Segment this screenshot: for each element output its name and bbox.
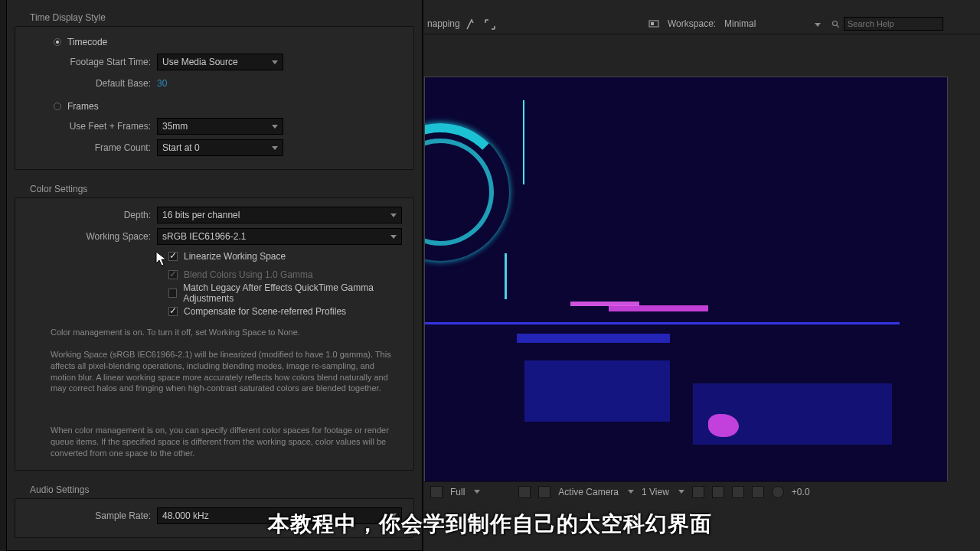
workspace-dropdown[interactable]: Minimal — [724, 18, 756, 29]
hud-line-graphic — [523, 100, 524, 184]
color-info-3: When color management is on, you can spe… — [23, 394, 406, 459]
timeline-icon[interactable] — [732, 486, 744, 498]
color-settings-group: Depth: 16 bits per channel Working Space… — [15, 197, 414, 471]
app-topbar: napping Workspace: Minimal — [424, 0, 980, 34]
exposure-reset-icon[interactable] — [772, 486, 784, 498]
blend-gamma-label: Blend Colors Using 1.0 Gamma — [184, 269, 313, 280]
svg-line-3 — [837, 25, 839, 28]
view-dropdown[interactable]: 1 View — [642, 487, 669, 497]
video-subtitle: 本教程中，你会学到制作自己的太空科幻界面 — [268, 510, 712, 539]
svg-point-2 — [833, 21, 838, 26]
snapping-icon[interactable] — [466, 18, 478, 31]
compensate-label: Compensate for Scene-referred Profiles — [184, 306, 346, 317]
glitch-bar — [425, 322, 900, 324]
frame-count-label: Frame Count: — [23, 142, 157, 153]
color-settings-title: Color Settings — [7, 178, 422, 197]
alpha-icon[interactable] — [430, 486, 443, 498]
match-legacy-label: Match Legacy After Effects QuickTime Gam… — [183, 282, 406, 304]
chevron-down-icon — [390, 235, 397, 239]
match-legacy-checkbox-row[interactable]: Match Legacy After Effects QuickTime Gam… — [23, 284, 406, 302]
chevron-down-icon — [628, 490, 634, 494]
frames-radio[interactable]: Frames — [23, 97, 406, 116]
sample-rate-label: Sample Rate: — [23, 510, 157, 521]
pixel-aspect-icon[interactable] — [692, 486, 704, 498]
linearize-checkbox-row[interactable]: Linearize Working Space — [23, 247, 406, 266]
checkbox-checked-icon — [168, 252, 178, 261]
checkbox-checked-disabled-icon — [168, 270, 178, 279]
exposure-value[interactable]: +0.0 — [792, 487, 810, 497]
frame-count-dropdown[interactable]: Start at 0 — [157, 139, 283, 156]
timecode-radio[interactable]: Timecode — [23, 33, 406, 51]
project-settings-panel: Time Display Style Timecode Footage Star… — [6, 0, 423, 551]
glitch-line — [505, 253, 507, 299]
resolution-dropdown[interactable]: Full — [450, 487, 465, 497]
guides-icon[interactable] — [538, 486, 550, 498]
chevron-down-icon — [474, 490, 480, 494]
working-space-dropdown[interactable]: sRGB IEC61966-2.1 — [157, 228, 402, 245]
linearize-label: Linearize Working Space — [184, 251, 286, 262]
glitch-magenta — [609, 305, 708, 311]
expand-icon[interactable] — [484, 18, 496, 31]
feet-frames-dropdown[interactable]: 35mm — [157, 118, 283, 135]
chevron-down-icon[interactable] — [815, 23, 821, 27]
snapping-label: napping — [427, 18, 460, 29]
time-display-group: Timecode Footage Start Time: Use Media S… — [15, 26, 414, 170]
depth-dropdown[interactable]: 16 bits per channel — [157, 207, 402, 223]
checkbox-unchecked-icon — [168, 289, 177, 298]
search-input[interactable] — [844, 17, 943, 31]
radio-checked-icon — [54, 38, 61, 46]
frames-label: Frames — [67, 101, 99, 112]
workspace-label: Workspace: — [668, 18, 716, 29]
glitch-block — [517, 334, 670, 343]
default-base-value[interactable]: 30 — [157, 78, 167, 89]
depth-label: Depth: — [23, 210, 157, 220]
viewer-controls-bar: Full Active Camera 1 View +0.0 — [424, 481, 948, 501]
working-space-label: Working Space: — [23, 231, 157, 242]
footage-start-label: Footage Start Time: — [23, 57, 157, 67]
monitor-icon[interactable] — [648, 18, 660, 31]
timecode-label: Timecode — [67, 37, 107, 47]
chevron-down-icon — [272, 125, 278, 129]
chevron-down-icon — [678, 490, 684, 494]
fast-preview-icon[interactable] — [712, 486, 724, 498]
checkbox-checked-icon — [168, 307, 178, 316]
glitch-block — [524, 360, 670, 422]
time-display-title: Time Display Style — [7, 0, 422, 26]
color-info-2: Working Space (sRGB IEC61966-2.1) will b… — [23, 338, 406, 394]
composition-viewport[interactable] — [424, 77, 948, 482]
svg-rect-1 — [651, 22, 654, 25]
grid-icon[interactable] — [518, 486, 531, 498]
chevron-down-icon — [390, 214, 397, 217]
comp-flowchart-icon[interactable] — [752, 486, 764, 498]
chevron-down-icon — [272, 146, 278, 150]
feet-frames-label: Use Feet + Frames: — [23, 121, 157, 132]
default-base-label: Default Base: — [23, 78, 157, 89]
radio-unchecked-icon — [54, 103, 61, 110]
blend-gamma-checkbox-row: Blend Colors Using 1.0 Gamma — [23, 266, 406, 284]
compensate-checkbox-row[interactable]: Compensate for Scene-referred Profiles — [23, 302, 406, 321]
footage-start-dropdown[interactable]: Use Media Source — [157, 54, 283, 70]
audio-settings-title: Audio Settings — [7, 478, 422, 498]
glitch-magenta — [570, 302, 639, 306]
color-info-1: Color management is on. To turn it off, … — [23, 321, 406, 338]
camera-dropdown[interactable]: Active Camera — [558, 487, 619, 497]
glitch-curve — [708, 414, 739, 437]
chevron-down-icon — [272, 60, 278, 64]
search-icon — [831, 20, 841, 29]
